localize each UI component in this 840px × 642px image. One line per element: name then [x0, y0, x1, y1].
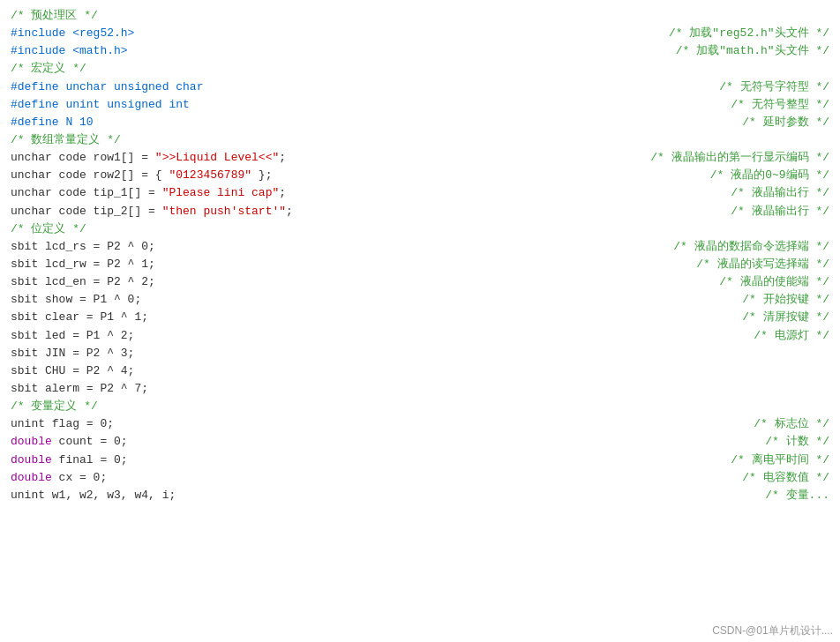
table-row: sbit lcd_en = P2 ^ 2;/* 液晶的使能端 */ — [11, 273, 829, 291]
code-left: sbit led = P1 ^ 2; — [11, 327, 134, 345]
code-left: #define unint unsigned int — [11, 96, 190, 114]
table-row: sbit show = P1 ^ 0;/* 开始按键 */ — [11, 291, 829, 309]
code-right: /* 加载"reg52.h"头文件 */ — [669, 25, 829, 42]
code-left: unint flag = 0; — [11, 415, 114, 433]
code-left: unchar code row1[] = ">>Liquid Level<<"; — [11, 149, 286, 167]
code-right: /* 液晶输出行 */ — [731, 203, 829, 220]
table-row: sbit lcd_rw = P2 ^ 1;/* 液晶的读写选择端 */ — [11, 256, 829, 273]
table-row: #define unchar unsigned char/* 无符号字符型 */ — [11, 78, 829, 96]
code-left: /* 数组常量定义 */ — [11, 131, 121, 149]
code-left: #include <reg52.h> — [11, 25, 134, 42]
code-right: /* 液晶的使能端 */ — [719, 273, 829, 291]
table-row: sbit led = P1 ^ 2;/* 电源灯 */ — [11, 327, 829, 345]
table-row: sbit alerm = P2 ^ 7; — [11, 380, 829, 398]
code-right: /* 无符号整型 */ — [731, 96, 829, 114]
code-left: sbit lcd_rw = P2 ^ 1; — [11, 256, 155, 273]
code-left: /* 位定义 */ — [11, 220, 86, 238]
code-left: sbit show = P1 ^ 0; — [11, 291, 141, 309]
table-row: #define N 10/* 延时参数 */ — [11, 114, 829, 131]
table-row: unchar code tip_2[] = "then push'start'"… — [11, 203, 829, 220]
code-right: /* 电容数值 */ — [742, 469, 829, 487]
table-row: double final = 0;/* 离电平时间 */ — [11, 452, 829, 469]
code-right: /* 液晶输出行 */ — [731, 184, 829, 202]
table-row: unint flag = 0;/* 标志位 */ — [11, 415, 829, 433]
code-right: /* 变量... — [765, 487, 829, 504]
table-row: sbit JIN = P2 ^ 3; — [11, 345, 829, 362]
table-row: unchar code row1[] = ">>Liquid Level<<";… — [11, 149, 829, 167]
code-right: /* 离电平时间 */ — [731, 452, 829, 469]
table-row: /* 位定义 */ — [11, 220, 829, 238]
code-left: unchar code tip_2[] = "then push'start'"… — [11, 203, 293, 220]
code-left: /* 宏定义 */ — [11, 60, 86, 78]
code-left: /* 预处理区 */ — [11, 7, 98, 25]
table-row: double cx = 0;/* 电容数值 */ — [11, 469, 829, 487]
code-right: /* 液晶的数据命令选择端 */ — [673, 238, 829, 256]
code-left: double final = 0; — [11, 452, 128, 469]
code-left: #include <math.h> — [11, 42, 128, 60]
code-left: sbit lcd_en = P2 ^ 2; — [11, 273, 155, 291]
table-row: unint w1, w2, w3, w4, i;/* 变量... — [11, 487, 829, 504]
table-row: sbit clear = P1 ^ 1;/* 清屏按键 */ — [11, 309, 829, 326]
code-left: sbit alerm = P2 ^ 7; — [11, 380, 148, 398]
code-container: /* 预处理区 */#include <reg52.h>/* 加载"reg52.… — [0, 0, 840, 642]
code-right: /* 开始按键 */ — [742, 291, 829, 309]
table-row: unchar code tip_1[] = "Please lini cap";… — [11, 184, 829, 202]
table-row: sbit lcd_rs = P2 ^ 0;/* 液晶的数据命令选择端 */ — [11, 238, 829, 256]
code-left: #define unchar unsigned char — [11, 78, 203, 96]
code-right: /* 电源灯 */ — [754, 327, 829, 345]
code-left: sbit lcd_rs = P2 ^ 0; — [11, 238, 155, 256]
code-left: #define N 10 — [11, 114, 94, 131]
code-left: /* 变量定义 */ — [11, 398, 98, 415]
code-left: unchar code row2[] = { "0123456789" }; — [11, 167, 272, 184]
code-right: /* 无符号字符型 */ — [719, 78, 829, 96]
code-right: /* 计数 */ — [765, 433, 829, 451]
code-right: /* 液晶的0~9编码 */ — [710, 167, 829, 184]
table-row: /* 变量定义 */ — [11, 398, 829, 415]
code-left: unint w1, w2, w3, w4, i; — [11, 487, 176, 504]
table-row: /* 预处理区 */ — [11, 7, 829, 25]
table-row: unchar code row2[] = { "0123456789" };/*… — [11, 167, 829, 184]
code-right: /* 加载"math.h"头文件 */ — [676, 42, 829, 60]
table-row: #define unint unsigned int/* 无符号整型 */ — [11, 96, 829, 114]
code-left: unchar code tip_1[] = "Please lini cap"; — [11, 184, 286, 202]
code-right: /* 清屏按键 */ — [742, 309, 829, 326]
code-left: sbit JIN = P2 ^ 3; — [11, 345, 134, 362]
watermark: CSDN-@01单片机设计.... — [712, 623, 833, 638]
code-left: double count = 0; — [11, 433, 128, 451]
code-left: sbit CHU = P2 ^ 4; — [11, 362, 134, 380]
code-right: /* 液晶输出的第一行显示编码 */ — [650, 149, 829, 167]
code-lines: /* 预处理区 */#include <reg52.h>/* 加载"reg52.… — [11, 7, 829, 504]
table-row: sbit CHU = P2 ^ 4; — [11, 362, 829, 380]
code-right: /* 液晶的读写选择端 */ — [696, 256, 829, 273]
table-row: #include <math.h>/* 加载"math.h"头文件 */ — [11, 42, 829, 60]
table-row: /* 数组常量定义 */ — [11, 131, 829, 149]
code-right: /* 延时参数 */ — [742, 114, 829, 131]
code-right: /* 标志位 */ — [754, 415, 829, 433]
code-left: double cx = 0; — [11, 469, 107, 487]
table-row: #include <reg52.h>/* 加载"reg52.h"头文件 */ — [11, 25, 829, 42]
code-left: sbit clear = P1 ^ 1; — [11, 309, 148, 326]
table-row: /* 宏定义 */ — [11, 60, 829, 78]
table-row: double count = 0;/* 计数 */ — [11, 433, 829, 451]
